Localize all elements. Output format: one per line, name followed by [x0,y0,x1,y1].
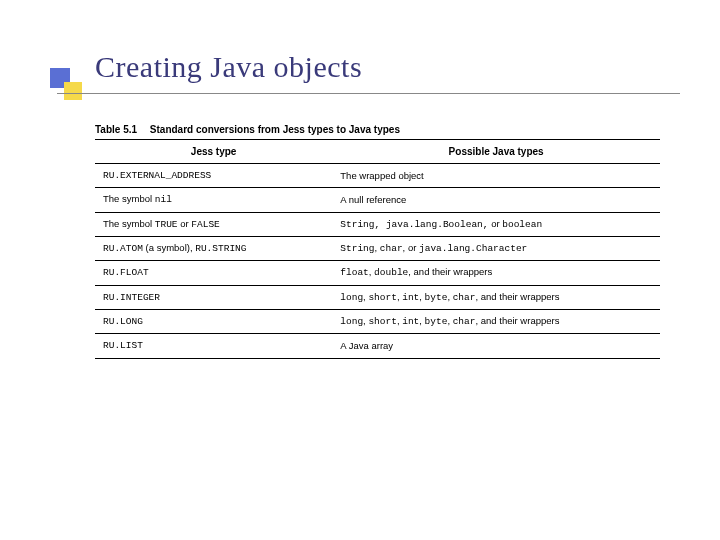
cell-jess-type: The symbol nil [95,188,332,212]
cell-jess-type: RU.INTEGER [95,285,332,309]
slide-title: Creating Java objects [95,50,660,84]
cell-jess-type: RU.FLOAT [95,261,332,285]
conversions-table: Jess type Possible Java types RU.EXTERNA… [95,139,660,359]
cell-java-types: The wrapped object [332,164,660,188]
table-header-row: Jess type Possible Java types [95,140,660,164]
cell-jess-type: RU.LIST [95,334,332,358]
table-row: RU.INTEGERlong, short, int, byte, char, … [95,285,660,309]
table-row: RU.LONGlong, short, int, byte, char, and… [95,310,660,334]
cell-java-types: long, short, int, byte, char, and their … [332,285,660,309]
col-java-types: Possible Java types [332,140,660,164]
cell-jess-type: RU.EXTERNAL_ADDRESS [95,164,332,188]
cell-jess-type: RU.LONG [95,310,332,334]
table-caption: Table 5.1 Standard conversions from Jess… [95,124,660,135]
cell-java-types: A Java array [332,334,660,358]
cell-java-types: String, java.lang.Boolean, or boolean [332,212,660,236]
cell-java-types: String, char, or java.lang.Character [332,237,660,261]
cell-java-types: float, double, and their wrappers [332,261,660,285]
table-row: RU.EXTERNAL_ADDRESSThe wrapped object [95,164,660,188]
table-title: Standard conversions from Jess types to … [150,124,400,135]
cell-java-types: A null reference [332,188,660,212]
cell-jess-type: RU.ATOM (a symbol), RU.STRING [95,237,332,261]
col-jess-type: Jess type [95,140,332,164]
table-row: RU.FLOATfloat, double, and their wrapper… [95,261,660,285]
cell-java-types: long, short, int, byte, char, and their … [332,310,660,334]
table-row: RU.ATOM (a symbol), RU.STRINGString, cha… [95,237,660,261]
table-label: Table 5.1 [95,124,137,135]
table-row: The symbol TRUE or FALSEString, java.lan… [95,212,660,236]
table-row: RU.LISTA Java array [95,334,660,358]
cell-jess-type: The symbol TRUE or FALSE [95,212,332,236]
title-underline [57,93,680,94]
table-row: The symbol nilA null reference [95,188,660,212]
